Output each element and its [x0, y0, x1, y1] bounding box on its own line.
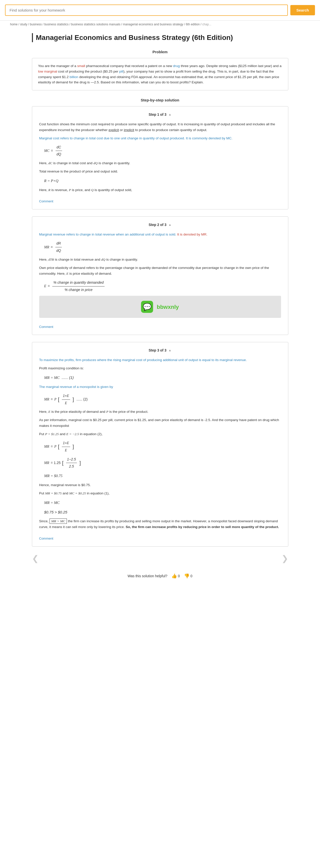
step-2-p3: Own price elasticity of demand refers to… [39, 265, 281, 277]
step-2-p2: Here, dTR is change in total revenue and… [39, 257, 281, 262]
step-1-formula-mc: MC = dC dQ [44, 144, 281, 158]
breadcrumb-chap: chap... [202, 23, 211, 26]
step-1-p4: Total revenue is the product of price an… [39, 169, 281, 175]
step-1-header: Step 1 of 3 ▲ [39, 113, 281, 117]
step-3-p7: Hence, marginal revenue is $0.75. [39, 482, 281, 488]
steps-wrapper: Step 1 of 3 ▲ Cost function shows the mi… [32, 106, 288, 563]
step-3-p2: Profit maximizing condition is: [39, 366, 281, 371]
step-3-p5: As per information, marginal cost is $0.… [39, 417, 281, 429]
step-1-box: Step 1 of 3 ▲ Cost function shows the mi… [32, 106, 288, 210]
watermark-overlay: 💬 bbwxnly [39, 296, 281, 318]
problem-box: You are the manager of a small pharmaceu… [32, 58, 288, 90]
step-3-p4: Here, E is the price elasticity of deman… [39, 409, 281, 415]
search-input[interactable] [5, 4, 288, 16]
step-1-p5: Here, R is revenue, P is price, and Q is… [39, 187, 281, 193]
step-3-formula-6: MR = MC [44, 499, 281, 506]
step-2-comment[interactable]: Comment [39, 325, 53, 329]
step-3-formula-3: MR = P [ 1+E E ] [44, 440, 281, 454]
step-1-p3: Here, dC is change in total cost and dQ … [39, 160, 281, 166]
thumbs-up-count: 0 [178, 574, 180, 578]
step-3-formula-5: MR = $0.75 [44, 472, 281, 479]
breadcrumb-home[interactable]: home [10, 23, 18, 26]
breadcrumb-managerial[interactable]: managerial economics and business strate… [123, 23, 183, 26]
step-2-header: Step 2 of 3 ▲ [39, 223, 281, 227]
step-3-formula-2: MR = P [ 1+E E ] ...... (2) [44, 393, 281, 406]
breadcrumb-solutions-manuals[interactable]: business statistics solutions manuals [71, 23, 120, 26]
thumbs-down-count: 0 [191, 574, 193, 578]
thumbs-down-button[interactable]: 👎 0 [184, 573, 193, 579]
step-3-chevron[interactable]: ▲ [168, 348, 171, 352]
breadcrumb-study[interactable]: study [20, 23, 27, 26]
step-2-chevron[interactable]: ▲ [168, 223, 171, 226]
step-2-label: Step 2 of 3 [149, 223, 167, 227]
step-3-formula-4: MR = 1.25 [ 1−2.5 2.5 ] [44, 457, 281, 470]
problem-heading: Problem [32, 50, 288, 54]
search-button[interactable]: Search [290, 5, 315, 15]
step-2-content: Marginal revenue refers to change in tot… [39, 232, 281, 318]
step-1-comment[interactable]: Comment [39, 199, 53, 203]
prev-arrow[interactable]: ❮ [32, 554, 39, 563]
step-1-label: Step 1 of 3 [149, 113, 167, 117]
problem-text: You are the manager of a small pharmaceu… [38, 63, 282, 85]
watermark-text: bbwxnly [156, 302, 179, 312]
step-2-formula-mr: MR = dR dQ [44, 241, 281, 254]
step-3-content: To maximize the profits, firm produces w… [39, 357, 281, 530]
wechat-icon: 💬 [141, 301, 153, 313]
helpful-question: Was this solution helpful? [128, 574, 167, 578]
breadcrumb-business[interactable]: business [30, 23, 42, 26]
step-3-formula-1: MR = MC ...... (1) [44, 374, 281, 381]
step-2-p1: Marginal revenue refers to change in tot… [39, 232, 281, 238]
step-1-content: Cost function shows the minimum cost req… [39, 122, 281, 193]
thumbs-up-button[interactable]: 👍 0 [171, 573, 180, 579]
next-arrow[interactable]: ❯ [282, 554, 288, 563]
step-3-p1: To maximize the profits, firm produces w… [39, 357, 281, 363]
step-3-p3: The marginal revenue of a monopolist is … [39, 384, 281, 390]
breadcrumb-edition[interactable]: 6th edition [186, 23, 200, 26]
page-title: Managerial Economics and Business Strate… [32, 33, 288, 42]
helpful-section: Was this solution helpful? 👍 0 👎 0 [32, 573, 288, 579]
solution-heading: Step-by-step solution [32, 98, 288, 102]
breadcrumb: home / study / business / business stati… [0, 21, 320, 28]
step-2-box: Step 2 of 3 ▲ Marginal revenue refers to… [32, 216, 288, 335]
step-1-formula-r: R = P×Q [44, 178, 281, 184]
search-bar: Search [0, 0, 320, 21]
breadcrumb-business-statistics[interactable]: business statistics [44, 23, 69, 26]
step-1-p2: Marginal cost refers to change in total … [39, 135, 281, 142]
thumbs-up-icon: 👍 [171, 573, 177, 579]
step-1-p1: Cost function shows the minimum cost req… [39, 122, 281, 133]
step-3-p9: Since, MR > MC the firm can increase its… [39, 519, 281, 530]
step-3-p6: Put P = $1.25 and E = −2.5 in equation (… [39, 431, 281, 437]
main-content: Managerial Economics and Business Strate… [22, 28, 298, 594]
step-1-chevron[interactable]: ▲ [168, 113, 171, 116]
step-3-comment[interactable]: Comment [39, 536, 53, 540]
step-2-formula-e: E = % change in quantity demanded % chan… [44, 280, 281, 293]
step-3-formula-7: $0.75 > $0.25 [44, 509, 281, 516]
thumbs-down-icon: 👎 [184, 573, 190, 579]
step-3-header: Step 3 of 3 ▲ [39, 348, 281, 352]
step-3-p8: Put MR = $0.75 and MC = $0.25 in equatio… [39, 491, 281, 496]
step-3-box: Step 3 of 3 ▲ To maximize the profits, f… [32, 342, 288, 546]
step-3-label: Step 3 of 3 [149, 348, 167, 352]
